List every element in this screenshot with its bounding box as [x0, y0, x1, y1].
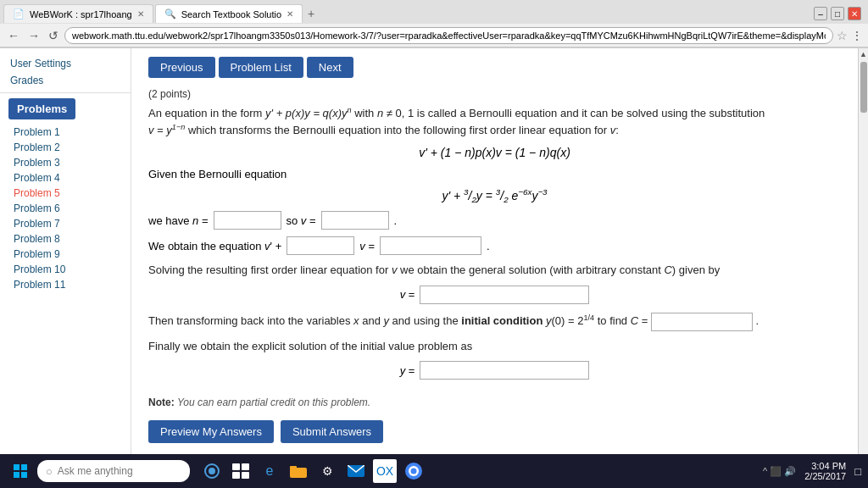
forward-button[interactable]: → — [25, 29, 42, 42]
bookmark-icon[interactable]: ☆ — [837, 29, 848, 42]
tab-close-1[interactable]: ✕ — [137, 9, 144, 19]
tab-label-1: WeBWorK : spr17lhoang — [30, 9, 132, 19]
close-button[interactable]: ✕ — [848, 7, 861, 20]
we-have-n-label: we have n = — [148, 214, 209, 227]
sidebar-item-user-settings[interactable]: User Settings — [0, 55, 131, 72]
main-layout: User Settings Grades Problems Problem 1 … — [0, 48, 868, 455]
n-v-row: we have n = so v = . — [148, 211, 841, 230]
given-section-label: Given the Bernoulli equation — [148, 168, 841, 180]
tab-label-2: Search Textbook Solutio — [181, 9, 281, 19]
tab-search[interactable]: 🔍 Search Textbook Solutio ✕ — [155, 4, 303, 23]
sidebar-problem-5[interactable]: Problem 5 — [0, 186, 131, 201]
scrollbar-right[interactable]: ▲ — [858, 48, 868, 455]
solving-text: Solving the resulting first order linear… — [148, 262, 841, 279]
content-area: Previous Problem List Next (2 points) An… — [131, 48, 858, 455]
scroll-up-arrow[interactable]: ▲ — [859, 48, 868, 60]
sidebar-problem-4[interactable]: Problem 4 — [0, 170, 131, 186]
sidebar: User Settings Grades Problems Problem 1 … — [0, 48, 131, 455]
back-button[interactable]: ← — [5, 29, 22, 42]
top-buttons: Previous Problem List Next — [148, 57, 841, 78]
preview-button[interactable]: Preview My Answers — [148, 420, 274, 443]
problem-list-button[interactable]: Problem List — [219, 57, 303, 78]
sidebar-problem-3[interactable]: Problem 3 — [0, 155, 131, 170]
sidebar-problem-10[interactable]: Problem 10 — [0, 262, 131, 277]
c-input[interactable] — [651, 313, 753, 331]
submit-button[interactable]: Submit Answers — [281, 420, 383, 443]
submit-row: Preview My Answers Submit Answers — [148, 420, 841, 443]
maximize-button[interactable]: □ — [831, 7, 844, 20]
window-controls: – □ ✕ — [814, 7, 865, 20]
rhs-input[interactable] — [380, 236, 481, 255]
finally-text: Finally we obtain the explicit solution … — [148, 338, 841, 355]
intro-math: y' + p(x)y = q(x)yn — [265, 107, 352, 119]
minimize-button[interactable]: – — [814, 7, 827, 20]
address-bar-row: ← → ↺ ☆ ⋮ — [0, 24, 868, 47]
bernoulli-equation-display: y' + 3/2y = 3/2 e−6xy−3 — [148, 187, 841, 204]
new-tab-button[interactable]: + — [308, 7, 314, 20]
so-v-label: so v = — [287, 214, 316, 227]
y-final-row: y = — [148, 361, 841, 380]
v-general-row: v = — [148, 286, 841, 304]
n-input[interactable] — [214, 211, 281, 230]
note-label: Note: — [148, 396, 175, 408]
sidebar-problems-button[interactable]: Problems — [8, 98, 75, 119]
v-input[interactable] — [321, 211, 389, 230]
sidebar-problem-7[interactable]: Problem 7 — [0, 216, 131, 231]
y-final-label: y = — [400, 364, 415, 377]
sidebar-problem-6[interactable]: Problem 6 — [0, 201, 131, 216]
previous-button[interactable]: Previous — [148, 57, 215, 78]
address-bar-input[interactable] — [64, 27, 833, 44]
intro-paragraph: An equation in the form y' + p(x)y = q(x… — [148, 105, 841, 139]
refresh-button[interactable]: ↺ — [46, 29, 61, 42]
period-2: . — [487, 240, 490, 252]
transform-text: Then transforming back into the variable… — [148, 313, 841, 331]
tab-webwork[interactable]: 📄 WeBWorK : spr17lhoang ✕ — [3, 4, 153, 23]
browser-chrome: 📄 WeBWorK : spr17lhoang ✕ 🔍 Search Textb… — [0, 0, 868, 48]
tab-bar: 📄 WeBWorK : spr17lhoang ✕ 🔍 Search Textb… — [0, 0, 868, 24]
sidebar-problem-2[interactable]: Problem 2 — [0, 140, 131, 155]
next-button[interactable]: Next — [307, 57, 353, 78]
v-general-label: v = — [400, 288, 415, 301]
note-section: Note: You can earn partial credit on thi… — [148, 396, 841, 408]
taskbar: ○ e ⚙ — [0, 454, 868, 455]
tab-close-2[interactable]: ✕ — [287, 9, 293, 19]
menu-icon[interactable]: ⋮ — [851, 29, 863, 42]
sidebar-divider — [0, 92, 131, 93]
obtain-label: We obtain the equation v' + — [148, 240, 281, 252]
main-equation-display: v' + (1 − n)p(x)v = (1 − n)q(x) — [148, 146, 841, 159]
sidebar-problem-1[interactable]: Problem 1 — [0, 125, 131, 140]
sidebar-problem-8[interactable]: Problem 8 — [0, 231, 131, 247]
note-text-em: You can earn partial credit on this prob… — [177, 396, 370, 408]
coeff-input[interactable] — [287, 236, 354, 255]
v-label-2: v = — [359, 240, 375, 252]
y-final-input[interactable] — [420, 361, 589, 380]
substitution-math: v = y1−n — [148, 124, 185, 136]
points-label: (2 points) — [148, 88, 841, 100]
v-general-input[interactable] — [420, 286, 589, 304]
initial-condition-bold: initial condition — [461, 314, 542, 327]
period-1: . — [394, 214, 398, 227]
sidebar-problem-11[interactable]: Problem 11 — [0, 277, 131, 292]
scroll-thumb[interactable] — [860, 62, 867, 113]
sidebar-item-grades[interactable]: Grades — [0, 72, 131, 89]
sidebar-problem-9[interactable]: Problem 9 — [0, 247, 131, 262]
obtain-equation-row: We obtain the equation v' + v = . — [148, 236, 841, 255]
